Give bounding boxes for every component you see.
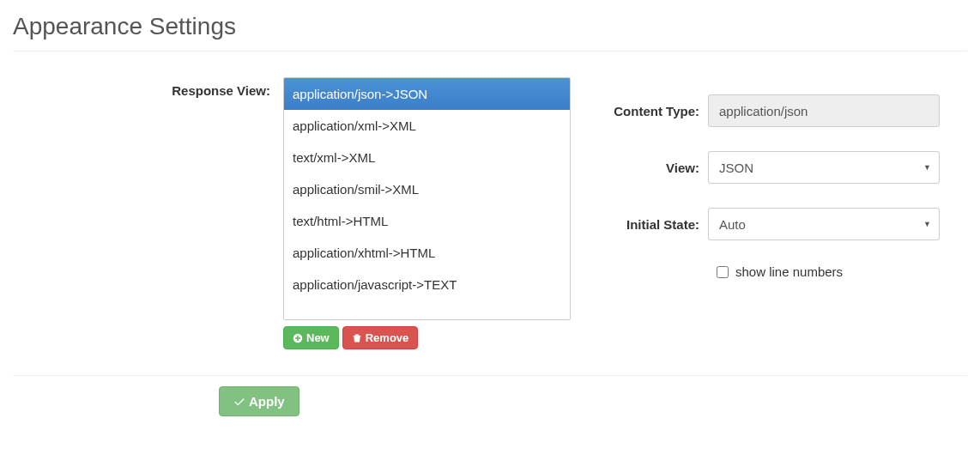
initial-state-label: Initial State:: [596, 217, 708, 232]
response-view-column: application/json->JSONapplication/xml->X…: [283, 77, 571, 349]
detail-column: Content Type: View: JSON Initial State: …: [571, 77, 967, 279]
initial-state-row: Initial State: Auto: [596, 208, 967, 240]
list-item[interactable]: application/smil->XML: [284, 173, 570, 205]
plus-circle-icon: [293, 333, 303, 343]
apply-button-label: Apply: [249, 394, 285, 409]
content-type-input[interactable]: [708, 94, 940, 127]
list-item[interactable]: application/xml->XML: [284, 110, 570, 142]
remove-button[interactable]: Remove: [342, 326, 419, 349]
list-item[interactable]: application/xhtml->HTML: [284, 237, 570, 269]
view-label: View:: [596, 161, 708, 175]
response-view-listbox[interactable]: application/json->JSONapplication/xml->X…: [283, 77, 571, 320]
initial-state-select[interactable]: Auto: [708, 208, 940, 240]
show-line-numbers-label[interactable]: show line numbers: [735, 264, 843, 279]
check-icon: [233, 396, 245, 408]
list-item[interactable]: text/html->HTML: [284, 205, 570, 237]
show-line-numbers-row: show line numbers: [717, 264, 967, 279]
remove-button-label: Remove: [366, 331, 409, 344]
list-item[interactable]: application/javascript->TEXT: [284, 269, 570, 300]
content-type-row: Content Type:: [596, 94, 967, 127]
main-form-row: Response View: application/json->JSONapp…: [13, 77, 967, 349]
new-button-label: New: [306, 331, 330, 344]
divider-top: [13, 51, 967, 52]
listbox-button-row: New Remove: [283, 326, 571, 349]
footer-row: Apply: [13, 386, 967, 416]
list-item[interactable]: application/json->JSON: [284, 78, 570, 110]
view-row: View: JSON: [596, 151, 967, 184]
view-select-wrap: JSON: [708, 151, 940, 184]
trash-icon: [352, 333, 362, 343]
page-title: Appearance Settings: [13, 13, 967, 40]
show-line-numbers-checkbox[interactable]: [717, 266, 729, 278]
list-item[interactable]: text/xml->XML: [284, 142, 570, 173]
new-button[interactable]: New: [283, 326, 339, 349]
response-view-label: Response View:: [13, 77, 283, 98]
view-select[interactable]: JSON: [708, 151, 940, 184]
content-type-label: Content Type:: [596, 104, 708, 118]
apply-button[interactable]: Apply: [219, 386, 299, 416]
initial-state-select-wrap: Auto: [708, 208, 940, 240]
divider-bottom: [13, 375, 967, 376]
svg-rect-2: [295, 337, 300, 339]
